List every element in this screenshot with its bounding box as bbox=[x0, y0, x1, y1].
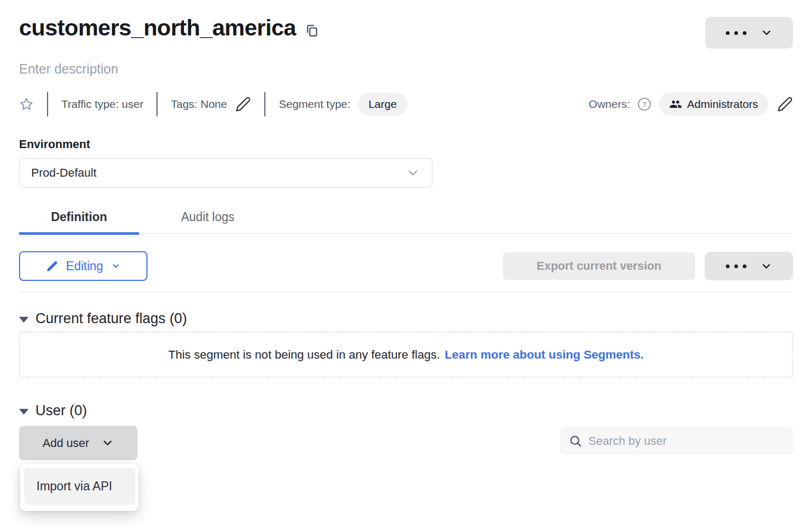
definition-toolbar: Editing Export current version bbox=[19, 251, 793, 281]
user-search bbox=[560, 427, 793, 455]
ellipsis-icon bbox=[726, 264, 746, 268]
title-row: customers_north_america bbox=[19, 0, 793, 49]
copy-icon[interactable] bbox=[304, 23, 319, 38]
ellipsis-icon bbox=[726, 31, 746, 35]
edit-tags-pencil-icon[interactable] bbox=[235, 96, 251, 112]
pencil-icon bbox=[46, 260, 58, 272]
learn-more-link[interactable]: Learn more about using Segments. bbox=[445, 348, 643, 362]
user-section-title: User (0) bbox=[35, 403, 87, 419]
chevron-down-icon bbox=[405, 166, 420, 180]
add-user-button[interactable]: Add user bbox=[19, 426, 137, 460]
chevron-down-icon bbox=[760, 26, 773, 39]
add-user-button-label: Add user bbox=[42, 436, 89, 450]
add-user-dropdown: Add user Import via API bbox=[19, 426, 137, 460]
page-title: customers_north_america bbox=[19, 15, 296, 41]
editing-status-label: Editing bbox=[66, 259, 103, 273]
export-current-version-button[interactable]: Export current version bbox=[503, 252, 695, 280]
environment-selected-value: Prod-Default bbox=[31, 166, 97, 180]
environment-select[interactable]: Prod-Default bbox=[19, 158, 432, 188]
chevron-down-icon bbox=[111, 261, 121, 271]
owners-badge-label: Administrators bbox=[687, 98, 758, 111]
menu-item-import-via-api[interactable]: Import via API bbox=[24, 468, 135, 505]
meta-row: Traffic type: user Tags: None Segment ty… bbox=[19, 92, 793, 116]
tab-bar: Definition Audit logs bbox=[19, 210, 793, 234]
people-icon bbox=[669, 98, 682, 111]
caret-down-icon bbox=[19, 409, 29, 415]
search-by-user-input[interactable] bbox=[587, 434, 785, 449]
divider bbox=[156, 92, 158, 116]
search-icon bbox=[569, 434, 583, 448]
editing-status-button[interactable]: Editing bbox=[19, 251, 147, 281]
segment-type-label: Segment type: bbox=[279, 98, 350, 111]
owners-label: Owners: bbox=[589, 98, 630, 111]
user-controls-row: Add user Import via API bbox=[19, 426, 793, 460]
header-more-actions-button[interactable] bbox=[705, 17, 793, 49]
feature-flags-empty-state: This segment is not being used in any fe… bbox=[19, 332, 793, 378]
chevron-down-icon bbox=[101, 436, 114, 450]
tab-definition[interactable]: Definition bbox=[19, 210, 139, 233]
add-user-menu: Import via API bbox=[20, 464, 139, 511]
tags-label: Tags: None bbox=[171, 98, 227, 111]
divider bbox=[264, 92, 265, 116]
feature-flags-section-header[interactable]: Current feature flags (0) bbox=[19, 310, 793, 327]
chevron-down-icon bbox=[760, 260, 772, 272]
user-section-header[interactable]: User (0) bbox=[19, 403, 793, 419]
feature-flags-section-title: Current feature flags (0) bbox=[35, 310, 187, 327]
segment-type-badge: Large bbox=[358, 93, 408, 116]
svg-text:?: ? bbox=[642, 100, 647, 108]
traffic-type-label: Traffic type: user bbox=[61, 98, 143, 111]
owners-badge[interactable]: Administrators bbox=[659, 93, 769, 116]
segment-detail-page: customers_north_america Enter descriptio… bbox=[0, 0, 812, 460]
owners-group: Owners: ? Administrators bbox=[589, 93, 793, 116]
edit-owners-pencil-icon[interactable] bbox=[777, 96, 793, 112]
star-icon[interactable] bbox=[19, 97, 34, 112]
caret-down-icon bbox=[19, 317, 29, 323]
divider bbox=[47, 92, 48, 116]
environment-label: Environment bbox=[19, 138, 793, 151]
tab-audit-logs[interactable]: Audit logs bbox=[139, 210, 276, 233]
divider bbox=[19, 291, 793, 292]
description-placeholder[interactable]: Enter description bbox=[19, 61, 793, 77]
definition-more-actions-button[interactable] bbox=[705, 252, 793, 280]
environment-section: Environment Prod-Default bbox=[19, 138, 793, 188]
help-circle-icon[interactable]: ? bbox=[638, 97, 651, 111]
empty-state-text: This segment is not being used in any fe… bbox=[168, 348, 440, 362]
